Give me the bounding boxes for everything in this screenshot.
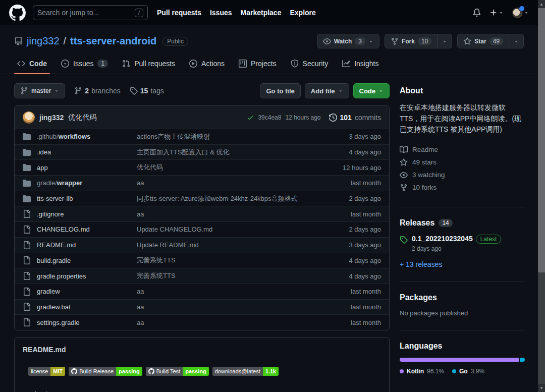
file-name-link[interactable]: settings.gradle [37,319,137,326]
table-row[interactable]: gradle/wrapper aa last month [15,175,389,191]
table-row[interactable]: .idea 主页面加入TTS配置入口 & 优化 4 days ago [15,144,389,160]
file-name-link[interactable]: tts-server-lib [37,195,137,202]
commit-message-link[interactable]: aa [137,288,310,295]
commit-message-link[interactable]: 主页面加入TTS配置入口 & 优化 [137,148,310,157]
commit-message-link[interactable]: Update README.md [137,241,310,249]
user-menu[interactable] [512,8,529,18]
tab-issues[interactable]: Issues 1 [56,54,113,74]
go-to-file-button[interactable]: Go to file [260,83,300,98]
path-name[interactable]: gradlew [37,288,60,295]
file-name-link[interactable]: gradle.properties [37,272,137,280]
tab-security[interactable]: Security [286,54,334,74]
file-name-link[interactable]: gradlew.bat [37,303,137,311]
path-name[interactable]: .gitignore [37,210,64,218]
nav-marketplace[interactable]: Marketplace [241,9,282,17]
table-row[interactable]: tts-server-lib 同步tts-server: Azure添加webm… [15,191,389,206]
file-name-link[interactable]: gradlew [37,288,137,295]
file-name-link[interactable]: gradle/wrapper [37,179,137,187]
github-logo-icon[interactable] [9,5,26,21]
branches-link[interactable]: 2 branches [74,87,120,95]
path-name[interactable]: build.gradle [37,257,71,264]
fork-button[interactable]: Fork 10 [385,34,438,48]
language-go[interactable]: Go 3.9% [452,368,484,375]
path-name[interactable]: gradle.properties [37,272,86,280]
scroll-down-arrow[interactable]: ▼ [538,384,545,392]
table-row[interactable]: build.gradle 完善系统TTS 4 days ago [15,253,389,268]
commit-message-link[interactable]: 完善系统TTS [137,256,310,265]
file-name-link[interactable]: .gitignore [37,210,137,218]
file-name-link[interactable]: README.md [37,241,137,249]
release-tag-name[interactable]: 0.1_202210232045 [412,235,473,243]
commit-message-link[interactable]: aa [137,303,310,311]
repo-name-link[interactable]: tts-server-android [70,35,156,47]
table-row[interactable]: gradlew aa last month [15,284,389,299]
commit-message-link[interactable]: Update CHANGELOG.md [137,226,310,233]
tab-actions[interactable]: Actions [184,54,230,74]
tab-insights[interactable]: Insights [337,54,384,74]
path-name[interactable]: tts-server-lib [37,195,73,202]
star-dropdown-button[interactable] [509,34,524,48]
nav-issues[interactable]: Issues [210,9,232,17]
tab-code[interactable]: Code [12,54,52,74]
commit-message-link[interactable]: 完善系统TTS [137,271,310,281]
readme-link[interactable]: Readme [400,143,525,156]
build-release-badge[interactable]: Build Release passing [69,367,142,376]
scrollbar-thumb[interactable] [538,8,545,272]
vertical-scrollbar[interactable]: ▲ ▼ [538,0,545,392]
table-row[interactable]: .github/workflows actions产物上传混淆映射 3 days… [15,129,389,144]
path-name[interactable]: CHANGELOG.md [37,226,90,233]
table-row[interactable]: settings.gradle aa last month [15,314,389,330]
table-row[interactable]: CHANGELOG.md Update CHANGELOG.md 2 days … [15,221,389,237]
commit-message-link[interactable]: 优化代码 [68,113,96,122]
file-name-link[interactable]: CHANGELOG.md [37,226,137,233]
repo-owner-link[interactable]: jing332 [27,35,60,47]
watching-link[interactable]: 3 watching [400,169,525,181]
table-row[interactable]: .gitignore aa last month [15,206,389,221]
table-row[interactable]: gradle.properties 完善系统TTS 4 days ago [15,268,389,284]
scroll-up-arrow[interactable]: ▲ [538,0,545,8]
stars-link[interactable]: 49 stars [400,156,525,169]
license-badge[interactable]: license MIT [28,367,65,376]
releases-heading[interactable]: Releases 14 [400,218,525,228]
create-new-button[interactable] [489,9,504,17]
nav-pull-requests[interactable]: Pull requests [157,9,201,17]
search-input[interactable] [37,9,132,17]
star-button[interactable]: Star 49 [457,34,509,48]
path-name[interactable]: app [37,164,48,172]
path-prefix[interactable]: .github/ [37,133,59,140]
kotlin-bar-segment[interactable] [400,358,519,362]
tab-pull-requests[interactable]: Pull requests [117,54,180,74]
commit-message-link[interactable]: aa [137,179,310,187]
file-name-link[interactable]: .github/workflows [37,133,137,140]
global-search[interactable]: / [33,5,148,20]
language-kotlin[interactable]: Kotlin 96.1% [400,368,444,375]
add-file-button[interactable]: Add file [305,83,349,98]
file-name-link[interactable]: .idea [37,148,137,156]
path-name[interactable]: settings.gradle [37,319,80,326]
path-name[interactable]: gradlew.bat [37,303,71,311]
commit-author-avatar[interactable] [23,111,35,124]
commit-history-link[interactable]: 101 commits [329,114,381,122]
fork-dropdown-button[interactable] [438,34,452,48]
path-name[interactable]: .idea [37,148,51,156]
commit-message-link[interactable]: 优化代码 [137,163,310,172]
code-download-button[interactable]: Code [353,83,390,98]
watch-button[interactable]: Watch 3 [317,34,379,48]
bell-icon[interactable] [473,9,481,17]
check-icon[interactable] [247,114,254,121]
path-prefix[interactable]: gradle/ [37,179,57,187]
file-name-link[interactable]: app [37,164,137,172]
file-name-link[interactable]: build.gradle [37,257,137,264]
path-name[interactable]: wrapper [57,179,83,187]
packages-heading[interactable]: Packages [400,293,525,302]
path-name[interactable]: workflows [59,133,91,140]
more-releases-link[interactable]: + 13 releases [400,260,442,268]
commit-sha-link[interactable]: 39c4ea8 [258,114,281,121]
branch-selector[interactable]: master [14,83,65,98]
build-test-badge[interactable]: Build Test passing [146,367,209,376]
tags-link[interactable]: 15 tags [130,87,164,95]
commit-author-link[interactable]: jing332 [39,114,64,122]
table-row[interactable]: gradlew.bat aa last month [15,299,389,315]
latest-release[interactable]: 0.1_202210232045Latest 2 days ago [400,235,525,252]
commit-message-link[interactable]: 同步tts-server: Azure添加webm-24khz-24kbps音频… [137,194,310,203]
